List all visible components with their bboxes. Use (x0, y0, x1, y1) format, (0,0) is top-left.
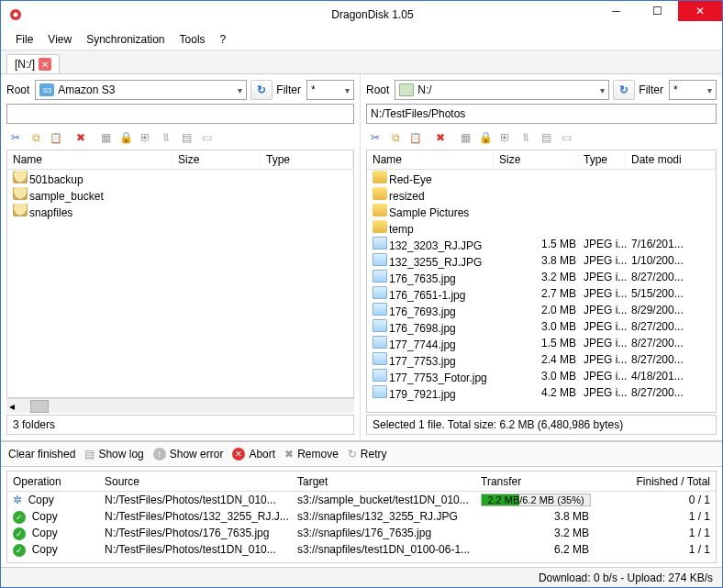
new-folder-icon[interactable]: ▦ (456, 128, 474, 147)
left-list[interactable]: 501backupsample_bucketsnapfiles (6, 170, 354, 398)
lock-icon[interactable]: 🔒 (117, 128, 135, 147)
menu-view[interactable]: View (40, 28, 79, 50)
right-filter-combo[interactable]: * (669, 80, 717, 100)
left-refresh-button[interactable]: ↻ (250, 80, 273, 100)
new-folder-icon[interactable]: ▦ (96, 128, 115, 147)
list-item[interactable]: 176_7651-1.jpg2.7 MBJPEG i...5/15/200... (367, 285, 716, 302)
tabbar: [N:/] ✕ (1, 50, 722, 74)
image-icon (373, 352, 387, 365)
menu-file[interactable]: File (8, 28, 40, 50)
lock-icon[interactable]: 🔒 (476, 128, 495, 147)
image-icon (373, 385, 387, 398)
list-item[interactable]: temp (367, 219, 716, 236)
list-item[interactable]: 177_7744.jpg1.5 MBJPEG i...8/27/200... (367, 335, 716, 351)
statusbar: Download: 0 b/s - Upload: 274 KB/s (1, 567, 722, 587)
list-item[interactable]: Sample Pictures (367, 203, 716, 219)
paste-icon[interactable] (406, 128, 425, 147)
col-finished[interactable]: Finished / Total (595, 475, 716, 488)
col-transfer[interactable]: Transfer (475, 475, 595, 488)
left-scrollbar-x[interactable]: ◂ (6, 398, 354, 413)
col-size[interactable]: Size (494, 153, 578, 166)
titlebar: DragonDisk 1.05 ─ ☐ ✕ (1, 1, 722, 28)
right-path-input[interactable]: N:/TestFiles/Photos (366, 104, 717, 124)
right-toolbar: ▦ 🔒 ⛨ ⥮ ▤ ▭ (366, 126, 717, 150)
col-size[interactable]: Size (172, 153, 261, 166)
paste-icon[interactable] (47, 128, 65, 147)
list-item[interactable]: 176_7635.jpg3.2 MBJPEG i...8/27/200... (367, 269, 716, 285)
perm-icon[interactable]: ⛨ (496, 128, 515, 147)
menu-help[interactable]: ? (213, 28, 234, 50)
list-item[interactable]: 176_7693.jpg2.0 MBJPEG i...8/29/200... (367, 302, 716, 318)
share-icon[interactable]: ⥮ (517, 128, 535, 147)
right-root-combo[interactable]: N:/ (395, 80, 609, 100)
minimize-button[interactable]: ─ (595, 1, 637, 21)
left-filter-label: Filter (276, 83, 303, 96)
image-icon (373, 286, 387, 299)
col-name[interactable]: Name (7, 153, 172, 166)
cut-icon[interactable] (6, 128, 25, 147)
share-icon[interactable]: ⥮ (157, 128, 175, 147)
perm-icon[interactable]: ⛨ (137, 128, 155, 147)
tab-n-drive[interactable]: [N:/] ✕ (6, 54, 60, 73)
log-icon[interactable]: ▭ (557, 128, 575, 147)
list-item[interactable]: 501backup (7, 170, 353, 186)
bucket-icon (13, 204, 28, 216)
col-date[interactable]: Date modi (626, 153, 716, 166)
col-operation[interactable]: Operation (7, 475, 99, 488)
retry-button[interactable]: ↻Retry (348, 448, 387, 460)
show-log-button[interactable]: ▤Show log (84, 448, 143, 460)
col-name[interactable]: Name (367, 153, 494, 166)
right-list[interactable]: Red-EyeresizedSample Picturestemp132_320… (366, 170, 717, 413)
list-item[interactable]: 132_3255_RJ.JPG3.8 MBJPEG i...1/10/200..… (367, 252, 716, 269)
queue-row[interactable]: ✓ CopyN:/TestFiles/Photos/132_3255_RJ.J.… (7, 508, 716, 525)
list-item[interactable]: 177_7753.jpg2.4 MBJPEG i...8/27/200... (367, 351, 716, 368)
image-icon (373, 369, 387, 382)
abort-button[interactable]: ✕Abort (232, 448, 275, 460)
queue-row[interactable]: ✓ CopyN:/TestFiles/Photos/176_7635.jpgs3… (7, 525, 716, 541)
svg-point-1 (14, 13, 18, 17)
list-item[interactable]: 176_7698.jpg3.0 MBJPEG i...8/27/200... (367, 318, 716, 335)
check-icon: ✓ (13, 511, 26, 524)
copy-icon[interactable] (386, 128, 405, 147)
col-type[interactable]: Type (261, 153, 353, 166)
cut-icon[interactable] (366, 128, 384, 147)
maximize-button[interactable]: ☐ (637, 1, 678, 21)
show-error-button[interactable]: !Show error (153, 448, 224, 460)
menu-tools[interactable]: Tools (172, 28, 213, 50)
clear-finished-button[interactable]: Clear finished (8, 448, 75, 460)
remove-button[interactable]: ✖Remove (284, 448, 339, 460)
right-root-value: N:/ (417, 83, 431, 96)
col-type[interactable]: Type (578, 153, 626, 166)
left-root-combo[interactable]: S3 Amazon S3 (35, 80, 247, 100)
delete-icon[interactable] (74, 131, 87, 144)
folder-icon (373, 187, 387, 200)
copy-icon[interactable] (27, 128, 45, 147)
list-item[interactable]: 179_7921.jpg4.2 MBJPEG i...8/27/200... (367, 384, 716, 401)
col-source[interactable]: Source (99, 475, 292, 488)
list-item[interactable]: Red-Eye (367, 170, 716, 186)
drive-icon (399, 83, 414, 96)
col-target[interactable]: Target (292, 475, 475, 488)
tab-label: [N:/] (15, 58, 35, 71)
left-path-input[interactable] (6, 104, 354, 124)
list-item[interactable]: resized (367, 186, 716, 203)
queue-row[interactable]: ✓ CopyN:/TestFiles/Photos/test1DN_010...… (7, 541, 716, 558)
menu-synchronization[interactable]: Synchronization (79, 28, 172, 50)
props-icon[interactable]: ▤ (177, 128, 195, 147)
refresh-icon: ↻ (619, 83, 628, 96)
right-refresh-button[interactable]: ↻ (613, 80, 635, 100)
transfer-queue: Operation Source Target Transfer Finishe… (6, 471, 717, 563)
queue-row[interactable]: ✲ CopyN:/TestFiles/Photos/test1DN_010...… (7, 492, 716, 508)
close-button[interactable]: ✕ (678, 1, 722, 21)
left-toolbar: ▦ 🔒 ⛨ ⥮ ▤ ▭ (6, 126, 354, 150)
left-filter-combo[interactable]: * (306, 80, 354, 100)
list-item[interactable]: 177_7753_Fotor.jpg3.0 MBJPEG i...4/18/20… (367, 368, 716, 384)
delete-icon[interactable] (434, 131, 447, 144)
left-pane: Root S3 Amazon S3 ↻ Filter * ▦ 🔒 ⛨ ⥮ ▤ ▭… (1, 74, 361, 440)
list-item[interactable]: sample_bucket (7, 186, 353, 203)
list-item[interactable]: snapfiles (7, 203, 353, 219)
tab-close-icon[interactable]: ✕ (39, 58, 51, 71)
log-icon[interactable]: ▭ (197, 128, 216, 147)
props-icon[interactable]: ▤ (537, 128, 555, 147)
list-item[interactable]: 132_3203_RJ.JPG1.5 MBJPEG i...7/16/201..… (367, 236, 716, 252)
